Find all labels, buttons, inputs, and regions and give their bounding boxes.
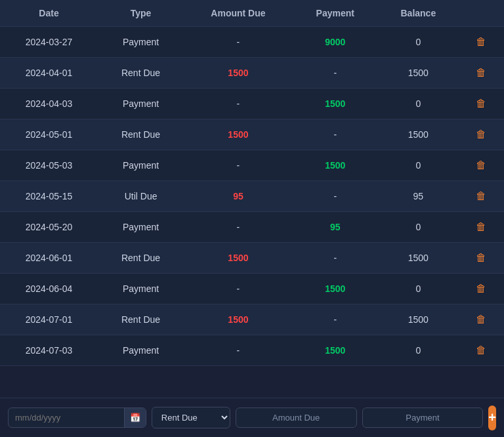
trash-icon: 🗑 — [476, 252, 486, 263]
cell-payment: - — [293, 304, 378, 335]
cell-delete: 🗑 — [459, 119, 504, 150]
cell-balance: 95 — [378, 181, 459, 212]
cell-amount-due: 1500 — [184, 58, 293, 89]
delete-button[interactable]: 🗑 — [476, 221, 486, 233]
cell-type: Payment — [98, 335, 184, 366]
table-row: 2024-05-15 Util Due 95 - 95 🗑 — [0, 181, 504, 212]
cell-type: Rent Due — [98, 58, 184, 89]
cell-payment: - — [293, 58, 378, 89]
cell-balance: 1500 — [378, 243, 459, 274]
cell-date: 2024-05-03 — [0, 150, 98, 181]
calendar-button[interactable]: 📅 — [124, 408, 146, 427]
cell-payment: - — [293, 119, 378, 150]
add-icon: + — [488, 410, 496, 425]
cell-payment: 1500 — [293, 274, 378, 304]
amount-due-input[interactable] — [236, 407, 357, 428]
cell-payment: 1500 — [293, 150, 378, 181]
trash-icon: 🗑 — [476, 221, 486, 232]
trash-icon: 🗑 — [476, 67, 486, 78]
cell-date: 2024-06-01 — [0, 243, 98, 274]
table-row: 2024-03-27 Payment - 9000 0 🗑 — [0, 27, 504, 58]
delete-button[interactable]: 🗑 — [476, 314, 486, 325]
cell-amount-due: - — [184, 27, 293, 58]
cell-payment: 1500 — [293, 335, 378, 366]
cell-amount-due: 1500 — [184, 119, 293, 150]
cell-type: Payment — [98, 212, 184, 243]
trash-icon: 🗑 — [476, 159, 486, 171]
col-header-actions — [459, 0, 504, 27]
cell-amount-due: - — [184, 212, 293, 243]
trash-icon: 🗑 — [476, 314, 486, 325]
cell-type: Payment — [98, 274, 184, 304]
cell-date: 2024-06-04 — [0, 274, 98, 304]
table-row: 2024-05-20 Payment - 95 0 🗑 — [0, 212, 504, 243]
table-row: 2024-04-01 Rent Due 1500 - 1500 🗑 — [0, 58, 504, 89]
cell-amount-due: - — [184, 274, 293, 304]
cell-amount-due: 1500 — [184, 243, 293, 274]
table-row: 2024-05-01 Rent Due 1500 - 1500 🗑 — [0, 119, 504, 150]
cell-amount-due: - — [184, 89, 293, 119]
delete-button[interactable]: 🗑 — [476, 98, 486, 110]
cell-balance: 0 — [378, 150, 459, 181]
cell-payment: - — [293, 243, 378, 274]
cell-delete: 🗑 — [459, 58, 504, 89]
cell-delete: 🗑 — [459, 274, 504, 304]
cell-balance: 1500 — [378, 304, 459, 335]
cell-type: Payment — [98, 150, 184, 181]
ledger-table-container: Date Type Amount Due Payment Balance 202… — [0, 0, 504, 398]
cell-date: 2024-05-01 — [0, 119, 98, 150]
col-header-type: Type — [98, 0, 184, 27]
delete-button[interactable]: 🗑 — [476, 190, 486, 202]
cell-date: 2024-04-03 — [0, 89, 98, 119]
cell-delete: 🗑 — [459, 181, 504, 212]
add-button[interactable]: + — [488, 406, 496, 430]
date-input-wrapper: 📅 — [8, 407, 146, 428]
table-row: 2024-04-03 Payment - 1500 0 🗑 — [0, 89, 504, 119]
cell-amount-due: 1500 — [184, 304, 293, 335]
delete-button[interactable]: 🗑 — [476, 159, 486, 171]
cell-type: Payment — [98, 89, 184, 119]
cell-type: Util Due — [98, 181, 184, 212]
trash-icon: 🗑 — [476, 98, 486, 109]
date-input[interactable] — [9, 408, 124, 427]
cell-payment: 1500 — [293, 89, 378, 119]
cell-balance: 0 — [378, 27, 459, 58]
cell-delete: 🗑 — [459, 89, 504, 119]
cell-delete: 🗑 — [459, 212, 504, 243]
cell-payment: 95 — [293, 212, 378, 243]
cell-payment: - — [293, 181, 378, 212]
calendar-icon: 📅 — [130, 413, 140, 423]
payment-input[interactable] — [362, 407, 484, 428]
type-select[interactable]: Rent DuePaymentUtil DueOther — [152, 407, 230, 428]
delete-button[interactable]: 🗑 — [476, 252, 486, 264]
cell-type: Rent Due — [98, 304, 184, 335]
cell-type: Payment — [98, 27, 184, 58]
cell-delete: 🗑 — [459, 304, 504, 335]
table-row: 2024-06-01 Rent Due 1500 - 1500 🗑 — [0, 243, 504, 274]
cell-date: 2024-07-03 — [0, 335, 98, 366]
cell-amount-due: 95 — [184, 181, 293, 212]
cell-type: Rent Due — [98, 243, 184, 274]
cell-date: 2024-04-01 — [0, 58, 98, 89]
bottom-bar: 📅 Rent DuePaymentUtil DueOther + — [0, 398, 504, 437]
cell-date: 2024-05-20 — [0, 212, 98, 243]
trash-icon: 🗑 — [476, 283, 486, 294]
cell-amount-due: - — [184, 150, 293, 181]
cell-delete: 🗑 — [459, 150, 504, 181]
cell-delete: 🗑 — [459, 27, 504, 58]
cell-payment: 9000 — [293, 27, 378, 58]
delete-button[interactable]: 🗑 — [476, 36, 486, 48]
delete-button[interactable]: 🗑 — [476, 67, 486, 79]
ledger-table: Date Type Amount Due Payment Balance 202… — [0, 0, 504, 366]
cell-balance: 0 — [378, 335, 459, 366]
cell-type: Rent Due — [98, 119, 184, 150]
delete-button[interactable]: 🗑 — [476, 129, 486, 140]
delete-button[interactable]: 🗑 — [476, 344, 486, 356]
col-header-amount-due: Amount Due — [184, 0, 293, 27]
table-row: 2024-06-04 Payment - 1500 0 🗑 — [0, 274, 504, 304]
cell-balance: 0 — [378, 212, 459, 243]
col-header-payment: Payment — [293, 0, 378, 27]
table-row: 2024-07-01 Rent Due 1500 - 1500 🗑 — [0, 304, 504, 335]
delete-button[interactable]: 🗑 — [476, 283, 486, 295]
cell-date: 2024-03-27 — [0, 27, 98, 58]
